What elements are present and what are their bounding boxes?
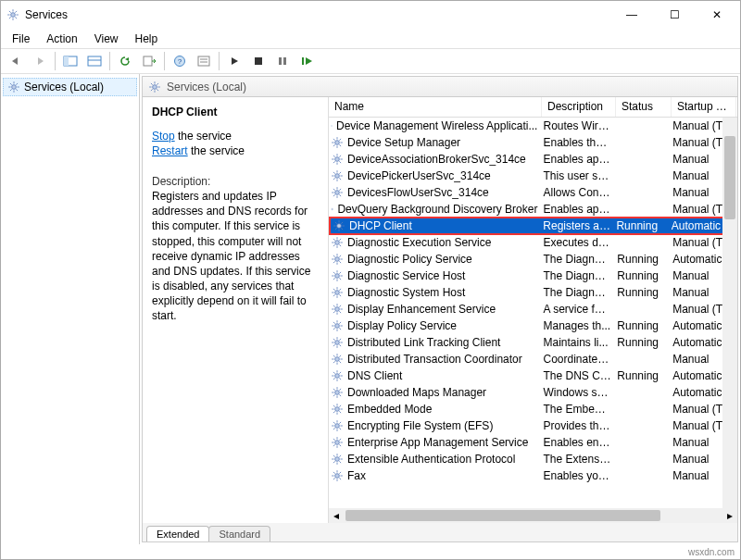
- column-header-name[interactable]: Name: [329, 97, 542, 117]
- scroll-right-arrow[interactable]: ▸: [722, 508, 737, 523]
- main-content: DHCP Client Stop the service Restart the…: [143, 97, 737, 523]
- horizontal-scrollbar[interactable]: ◂ ▸: [329, 508, 737, 523]
- menu-action[interactable]: Action: [39, 31, 84, 47]
- service-icon: [331, 469, 344, 482]
- titlebar: Services — ☐ ✕: [1, 1, 740, 29]
- stop-service-button[interactable]: [247, 51, 270, 71]
- maximize-button[interactable]: ☐: [653, 1, 696, 29]
- service-row[interactable]: Diagnostic Execution ServiceExecutes dia…: [329, 234, 737, 251]
- menu-file[interactable]: File: [5, 31, 37, 47]
- app-icon: [6, 8, 19, 21]
- svg-rect-19: [255, 57, 262, 65]
- scroll-left-arrow[interactable]: ◂: [329, 508, 344, 523]
- tree-root-item[interactable]: Services (Local): [3, 78, 137, 96]
- service-row[interactable]: DevicePickerUserSvc_314ceThis user ser..…: [329, 168, 737, 184]
- service-row[interactable]: Encrypting File System (EFS)Provides the…: [329, 417, 737, 434]
- service-row[interactable]: Display Enhancement ServiceA service for…: [329, 301, 737, 317]
- close-button[interactable]: ✕: [696, 1, 738, 29]
- service-icon: [331, 453, 344, 466]
- scrollbar-thumb[interactable]: [724, 136, 735, 219]
- forward-button[interactable]: [29, 51, 51, 71]
- toolbar: ?: [1, 48, 740, 74]
- service-row[interactable]: Diagnostic System HostThe Diagnos...Runn…: [329, 284, 737, 301]
- service-name: Embedded Mode: [347, 403, 432, 416]
- back-button[interactable]: [5, 51, 27, 71]
- service-row[interactable]: Distributed Link Tracking ClientMaintain…: [329, 334, 737, 351]
- vertical-scrollbar[interactable]: [722, 118, 737, 508]
- service-row[interactable]: FaxEnables you ...Manual: [329, 467, 737, 484]
- service-row[interactable]: Distributed Transaction CoordinatorCoord…: [329, 351, 737, 367]
- scrollbar-thumb[interactable]: [345, 510, 660, 521]
- service-row[interactable]: Device Management Wireless Applicati...R…: [329, 118, 737, 134]
- tabs-bar: Extended Standard: [143, 523, 737, 541]
- service-description: The Diagnos...: [543, 286, 617, 299]
- tab-standard[interactable]: Standard: [208, 526, 270, 541]
- service-row[interactable]: Display Policy ServiceManages th...Runni…: [329, 317, 737, 334]
- service-name: Fax: [347, 469, 366, 482]
- service-name: Display Policy Service: [347, 319, 457, 332]
- service-row[interactable]: DHCP ClientRegisters an...RunningAutomat…: [329, 217, 737, 235]
- export-list-button[interactable]: [138, 51, 160, 71]
- service-icon: [331, 286, 344, 299]
- column-header-status[interactable]: Status: [616, 97, 672, 117]
- services-window: Services — ☐ ✕ File Action View Help ?: [0, 0, 741, 560]
- service-icon: [331, 119, 333, 132]
- help-button[interactable]: ?: [169, 51, 191, 71]
- pause-service-button[interactable]: [271, 51, 294, 71]
- service-row[interactable]: DevQuery Background Discovery BrokerEnab…: [329, 201, 737, 218]
- properties-console-button[interactable]: [83, 51, 106, 71]
- refresh-button[interactable]: [114, 51, 136, 71]
- svg-rect-11: [88, 56, 101, 66]
- show-hide-tree-button[interactable]: [59, 51, 82, 71]
- service-name: Downloaded Maps Manager: [347, 386, 486, 399]
- start-service-button[interactable]: [223, 51, 245, 71]
- service-description: A service for ...: [543, 303, 617, 316]
- service-icon: [331, 203, 333, 216]
- toolbar-separator: [55, 52, 56, 70]
- selected-service-name: DHCP Client: [152, 105, 319, 119]
- tab-extended[interactable]: Extended: [146, 526, 209, 541]
- service-row[interactable]: Diagnostic Policy ServiceThe Diagnos...R…: [329, 251, 737, 268]
- service-row[interactable]: DeviceAssociationBrokerSvc_314ceEnables …: [329, 151, 737, 168]
- service-row[interactable]: Downloaded Maps ManagerWindows ser...Aut…: [329, 384, 737, 401]
- restart-service-button[interactable]: [295, 51, 318, 71]
- service-row[interactable]: Enterprise App Management ServiceEnables…: [329, 434, 737, 451]
- service-row[interactable]: Device Setup ManagerEnables the ...Manua…: [329, 134, 737, 151]
- detail-pane: DHCP Client Stop the service Restart the…: [143, 97, 328, 523]
- service-icon: [331, 369, 344, 382]
- service-description: Maintains li...: [543, 336, 617, 349]
- service-row[interactable]: Diagnostic Service HostThe Diagnos...Run…: [329, 268, 737, 284]
- service-description: Enables you ...: [543, 469, 617, 482]
- service-row[interactable]: DNS ClientThe DNS Cli...RunningAutomatic: [329, 367, 737, 384]
- service-description: Coordinates ...: [543, 353, 617, 366]
- service-row[interactable]: DevicesFlowUserSvc_314ceAllows Conn...Ma…: [329, 184, 737, 201]
- service-row[interactable]: Embedded ModeThe Embedd...Manual (Tr: [329, 401, 737, 417]
- service-name: DevicesFlowUserSvc_314ce: [347, 186, 489, 199]
- footer: wsxdn.com: [1, 544, 740, 559]
- menu-help[interactable]: Help: [128, 31, 166, 47]
- service-description: This user ser...: [543, 169, 617, 182]
- column-header-startup[interactable]: Startup Typ: [672, 97, 736, 117]
- service-description: Enables app...: [543, 203, 617, 216]
- service-row[interactable]: Extensible Authentication ProtocolThe Ex…: [329, 451, 737, 467]
- toolbar-separator: [164, 52, 165, 70]
- svg-rect-13: [144, 56, 152, 66]
- svg-rect-21: [283, 57, 286, 65]
- service-status: Running: [617, 253, 672, 266]
- footer-text: wsxdn.com: [688, 547, 735, 557]
- service-description: Executes dia...: [543, 236, 617, 249]
- service-name: DevicePickerUserSvc_314ce: [347, 169, 491, 182]
- svg-rect-22: [302, 57, 304, 65]
- stop-link[interactable]: Stop: [152, 130, 175, 143]
- minimize-button[interactable]: —: [610, 1, 653, 29]
- main-pane: Services (Local) DHCP Client Stop the se…: [142, 76, 738, 542]
- menu-view[interactable]: View: [87, 31, 126, 47]
- service-icon: [331, 336, 344, 349]
- list-body: Device Management Wireless Applicati...R…: [329, 118, 737, 508]
- service-icon: [331, 403, 344, 416]
- service-status: Running: [617, 369, 672, 382]
- properties-button[interactable]: [193, 51, 215, 71]
- restart-link[interactable]: Restart: [152, 144, 188, 157]
- column-header-description[interactable]: Description: [542, 97, 616, 117]
- service-icon: [331, 386, 344, 399]
